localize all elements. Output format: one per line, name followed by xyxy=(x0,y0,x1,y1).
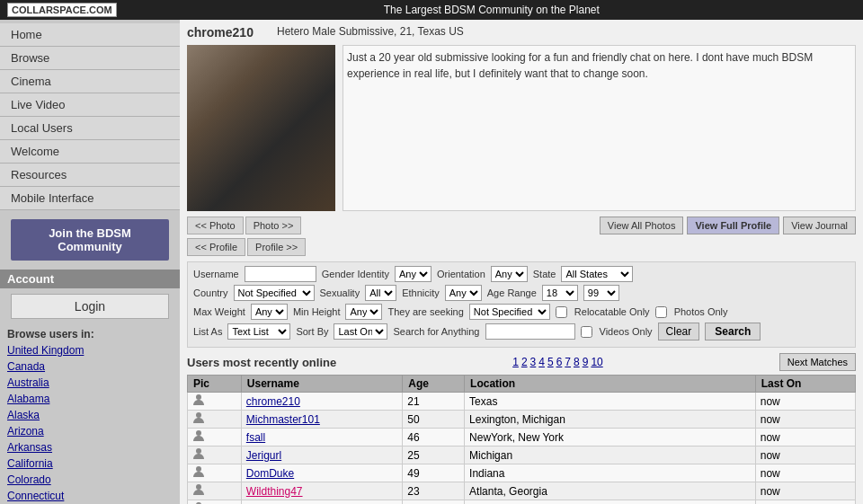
content-area: chrome210 Hetero Male Submissive, 21, Te… xyxy=(180,20,863,504)
user-age-cell: 32 xyxy=(403,500,465,505)
state-link-arizona[interactable]: Arizona xyxy=(0,423,180,439)
state-link-colorado[interactable]: Colorado xyxy=(0,472,180,488)
search-row-1: Username Gender Identity Any Orientation… xyxy=(193,266,850,282)
age-max-select[interactable]: 99 xyxy=(583,285,619,301)
gender-select[interactable]: Any xyxy=(395,266,432,282)
ethnicity-select[interactable]: Any xyxy=(445,285,482,301)
state-select[interactable]: All States xyxy=(561,266,633,282)
state-link-united-kingdom[interactable]: United Kingdom xyxy=(0,342,180,358)
state-link-alabama[interactable]: Alabama xyxy=(0,391,180,407)
username-link[interactable]: Jerigurl xyxy=(246,449,281,462)
sort-by-label: Sort By xyxy=(296,326,328,337)
search-button[interactable]: Search xyxy=(705,323,761,340)
user-pic-cell xyxy=(188,500,242,505)
user-username-cell[interactable]: Jerigurl xyxy=(241,447,402,464)
user-icon xyxy=(192,429,205,442)
user-username-cell[interactable]: chastityfw xyxy=(241,500,402,505)
svg-point-4 xyxy=(196,466,201,472)
username-link[interactable]: Wildthing47 xyxy=(246,485,303,498)
next-photo-button[interactable]: Photo >> xyxy=(245,217,302,234)
sexuality-select[interactable]: All xyxy=(365,285,396,301)
page-number-8[interactable]: 8 xyxy=(574,356,580,368)
users-table: PicUsernameAgeLocationLast On chrome2102… xyxy=(187,375,856,504)
page-number-10[interactable]: 10 xyxy=(591,356,602,368)
state-link-alaska[interactable]: Alaska xyxy=(0,407,180,423)
join-bdsm-button[interactable]: Join the BDSM Community xyxy=(11,219,169,261)
user-username-cell[interactable]: DomDuke xyxy=(241,464,402,482)
logo: COLLARSPACE.COM xyxy=(7,3,117,17)
page-number-2[interactable]: 2 xyxy=(521,356,528,368)
prev-photo-button[interactable]: << Photo xyxy=(187,217,244,234)
svg-point-0 xyxy=(196,394,201,400)
next-profile-button[interactable]: Profile >> xyxy=(247,238,306,256)
photos-only-checkbox[interactable] xyxy=(655,306,667,318)
username-label: Username xyxy=(193,269,239,279)
page-number-7[interactable]: 7 xyxy=(565,356,571,368)
sidebar-item-browse[interactable]: Browse xyxy=(0,47,180,70)
user-username-cell[interactable]: Wildthing47 xyxy=(241,482,402,500)
sidebar-item-resources[interactable]: Resources xyxy=(0,164,180,187)
sidebar-item-local-users[interactable]: Local Users xyxy=(0,117,180,140)
prev-profile-button[interactable]: << Profile xyxy=(187,238,245,256)
search-anything-input[interactable] xyxy=(485,323,575,340)
list-as-select[interactable]: Text List xyxy=(227,323,290,340)
user-location-cell: Fort Wayne, Indiana xyxy=(465,500,756,505)
photo-controls-row: << Photo Photo >> View All Photos View F… xyxy=(187,217,856,234)
profile-photo xyxy=(187,45,335,211)
sidebar-item-home[interactable]: Home xyxy=(0,23,180,47)
page-number-4[interactable]: 4 xyxy=(538,356,545,368)
page-number-3[interactable]: 3 xyxy=(530,356,537,368)
videos-only-checkbox[interactable] xyxy=(581,326,592,338)
user-age-cell: 46 xyxy=(403,429,465,447)
photos-only-label: Photos Only xyxy=(674,306,728,317)
age-range-label: Age Range xyxy=(487,287,537,298)
age-min-select[interactable]: 18 xyxy=(542,285,578,301)
username-link[interactable]: DomDuke xyxy=(246,467,294,480)
page-number-1[interactable]: 1 xyxy=(512,356,519,368)
clear-button[interactable]: Clear xyxy=(658,323,700,340)
profile-username: chrome210 xyxy=(187,25,259,40)
user-username-cell[interactable]: Michmaster101 xyxy=(241,411,402,429)
state-link-australia[interactable]: Australia xyxy=(0,375,180,391)
user-age-cell: 21 xyxy=(403,393,465,411)
sidebar-item-mobile[interactable]: Mobile Interface xyxy=(0,187,180,210)
page-number-9[interactable]: 9 xyxy=(583,356,589,368)
country-select[interactable]: Not Specified xyxy=(234,285,315,301)
username-link[interactable]: fsall xyxy=(246,431,265,444)
next-matches-button[interactable]: Next Matches xyxy=(779,353,856,371)
online-label: Users most recently online xyxy=(187,356,336,369)
state-link-california[interactable]: California xyxy=(0,455,180,472)
login-button[interactable]: Login xyxy=(11,294,169,319)
sort-by-select[interactable]: Last On xyxy=(334,323,387,340)
user-username-cell[interactable]: chrome210 xyxy=(241,393,402,411)
page-number-5[interactable]: 5 xyxy=(547,356,554,368)
username-link[interactable]: chrome210 xyxy=(246,395,300,408)
user-last-on-cell: now xyxy=(755,500,855,505)
state-link-arkansas[interactable]: Arkansas xyxy=(0,439,180,455)
user-age-cell: 25 xyxy=(403,447,465,464)
view-full-profile-button[interactable]: View Full Profile xyxy=(687,217,779,234)
username-link[interactable]: Michmaster101 xyxy=(246,413,320,426)
profile-section: Just a 20 year old submissive looking fo… xyxy=(187,45,856,211)
username-input[interactable] xyxy=(245,266,316,282)
state-link-connecticut[interactable]: Connecticut xyxy=(0,488,180,504)
user-location-cell: Lexington, Michigan xyxy=(465,411,756,429)
page-number-6[interactable]: 6 xyxy=(556,356,563,368)
user-icon xyxy=(192,393,205,406)
search-row-2: Country Not Specified Sexuality All Ethn… xyxy=(193,285,850,301)
they-seeking-select[interactable]: Not Specified xyxy=(469,304,550,320)
sidebar-item-cinema[interactable]: Cinema xyxy=(0,70,180,93)
view-journal-button[interactable]: View Journal xyxy=(783,217,856,234)
sidebar-item-welcome[interactable]: Welcome xyxy=(0,140,180,164)
col-header-last on: Last On xyxy=(755,376,855,393)
orientation-select[interactable]: Any xyxy=(491,266,528,282)
view-all-photos-button[interactable]: View All Photos xyxy=(600,217,684,234)
user-username-cell[interactable]: fsall xyxy=(241,429,402,447)
min-height-select[interactable]: Any xyxy=(345,304,382,320)
user-last-on-cell: now xyxy=(755,411,855,429)
max-weight-select[interactable]: Any xyxy=(251,304,288,320)
relocatable-checkbox[interactable] xyxy=(556,306,567,318)
sidebar-item-live-video[interactable]: Live Video xyxy=(0,93,180,117)
gender-label: Gender Identity xyxy=(322,269,389,279)
state-link-canada[interactable]: Canada xyxy=(0,358,180,375)
